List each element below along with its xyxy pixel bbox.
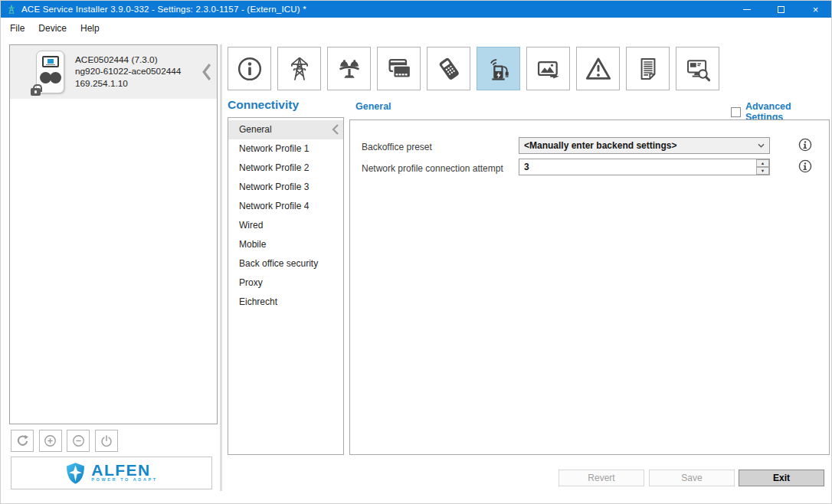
charging-station-icon xyxy=(36,51,64,93)
power-icon xyxy=(100,434,113,448)
nav-item-proxy[interactable]: Proxy xyxy=(228,273,343,293)
advanced-settings-checkbox[interactable] xyxy=(731,107,741,117)
close-icon: × xyxy=(813,5,819,15)
toolbar-payment-cards[interactable] xyxy=(377,47,421,90)
nav-item-network-profile-4[interactable]: Network Profile 4 xyxy=(228,197,343,216)
refresh-button[interactable] xyxy=(11,430,34,452)
power-pylon-icon xyxy=(286,55,313,83)
toolbar-system-diagnostics[interactable] xyxy=(676,47,719,90)
minimize-button[interactable] xyxy=(729,1,764,18)
ev-charger-wifi-icon xyxy=(485,55,513,83)
network-profile-connection-attempt-input[interactable] xyxy=(519,159,770,175)
document-icon xyxy=(634,55,662,83)
nav-item-wired[interactable]: Wired xyxy=(228,216,343,235)
device-id: ng920-61022-ace0502444 xyxy=(75,66,181,78)
device-actions xyxy=(11,430,118,452)
app-window: ACE Service Installer 3.9.0-332 - Settin… xyxy=(0,0,832,504)
connection-attempt-info-icon[interactable] xyxy=(798,159,812,173)
brand-tagline: POWER TO ADAPT xyxy=(91,477,158,482)
payment-terminal-icon xyxy=(435,55,463,83)
plus-circle-icon xyxy=(43,434,57,448)
menu-file[interactable]: File xyxy=(3,20,31,37)
menu-help[interactable]: Help xyxy=(74,20,106,37)
collapse-chevron-icon[interactable] xyxy=(202,64,211,80)
settings-subnav: General Network Profile 1 Network Profil… xyxy=(228,117,344,455)
backoffice-preset-select[interactable]: <Manually enter backend settings> xyxy=(519,137,770,154)
remove-device-button[interactable] xyxy=(67,430,90,452)
section-title: Connectivity xyxy=(228,98,299,112)
toolbar-card-reader[interactable] xyxy=(427,47,470,90)
exit-button[interactable]: Exit xyxy=(739,470,824,486)
power-button[interactable] xyxy=(95,430,118,452)
toolbar-power-grid[interactable] xyxy=(277,47,321,90)
toolbar-display[interactable] xyxy=(526,47,570,90)
toolbar-logging[interactable] xyxy=(626,47,670,90)
toolbar-connectivity[interactable] xyxy=(477,47,520,90)
toolbar-warnings[interactable] xyxy=(576,47,620,90)
device-list-item[interactable]: ACE0502444 (7.3.0) ng920-61022-ace050244… xyxy=(10,45,217,99)
monitor-search-icon xyxy=(684,55,712,83)
window-title: ACE Service Installer 3.9.0-332 - Settin… xyxy=(21,5,306,14)
menu-bar: File Device Help xyxy=(1,18,832,39)
spinner-down-button[interactable]: ▼ xyxy=(756,167,769,175)
panel-splitter[interactable] xyxy=(220,44,222,491)
title-bar: ACE Service Installer 3.9.0-332 - Settin… xyxy=(1,1,832,18)
lock-icon xyxy=(31,88,41,96)
alfen-shield-icon xyxy=(65,462,86,485)
nav-collapse-chevron-icon xyxy=(332,124,339,135)
nav-item-eichrecht[interactable]: Eichrecht xyxy=(228,293,343,312)
toolbar-load-balancing[interactable] xyxy=(327,47,371,90)
nav-item-mobile[interactable]: Mobile xyxy=(228,235,343,254)
backoffice-preset-label: Backoffice preset xyxy=(362,142,432,152)
image-icon xyxy=(535,55,562,83)
add-device-button[interactable] xyxy=(39,430,62,452)
maximize-icon xyxy=(778,6,785,13)
credit-cards-icon xyxy=(385,55,413,83)
device-ip: 169.254.1.10 xyxy=(75,78,181,90)
nav-item-general[interactable]: General xyxy=(228,120,343,139)
minus-circle-icon xyxy=(71,434,86,448)
backoffice-preset-info-icon[interactable] xyxy=(798,138,812,152)
save-button[interactable]: Save xyxy=(649,470,735,486)
nav-item-network-profile-1[interactable]: Network Profile 1 xyxy=(228,139,343,159)
brand-logo: ALFEN POWER TO ADAPT xyxy=(11,457,212,489)
revert-button[interactable]: Revert xyxy=(558,470,644,486)
menu-device[interactable]: Device xyxy=(31,20,74,37)
nav-item-network-profile-2[interactable]: Network Profile 2 xyxy=(228,159,343,178)
maximize-button[interactable] xyxy=(764,1,798,18)
info-icon xyxy=(236,55,264,83)
app-icon xyxy=(6,4,17,15)
toolbar-general-info[interactable] xyxy=(228,47,271,90)
close-button[interactable]: × xyxy=(798,1,832,18)
spinner-up-button[interactable]: ▲ xyxy=(756,159,769,167)
brand-name: ALFEN xyxy=(91,464,158,476)
settings-form: Backoffice preset <Manually enter backen… xyxy=(349,119,830,455)
balance-scale-icon xyxy=(336,55,363,83)
page-title: General xyxy=(355,101,391,112)
nav-item-network-profile-3[interactable]: Network Profile 3 xyxy=(228,178,343,197)
minimize-icon xyxy=(743,9,751,10)
device-name: ACE0502444 (7.3.0) xyxy=(75,54,181,67)
chevron-down-icon xyxy=(758,143,765,148)
device-list: ACE0502444 (7.3.0) ng920-61022-ace050244… xyxy=(9,44,218,424)
warning-triangle-icon xyxy=(585,55,612,83)
network-profile-connection-attempt-label: Network profile connection attempt xyxy=(362,163,503,174)
nav-item-back-office-security[interactable]: Back office security xyxy=(228,254,343,273)
refresh-icon xyxy=(15,434,30,448)
